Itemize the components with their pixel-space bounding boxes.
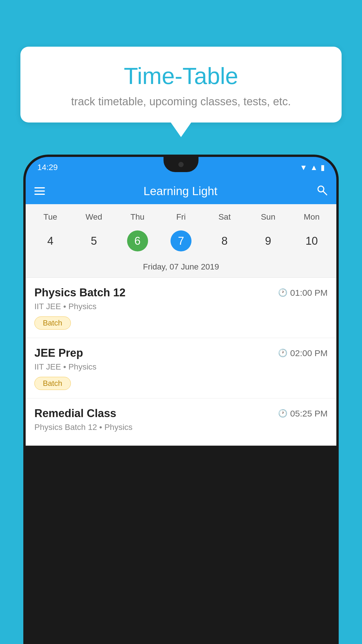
app-title: Learning Light xyxy=(54,185,307,198)
item-time-3: 🕐 05:25 PM xyxy=(278,409,328,419)
schedule-item-remedial[interactable]: Remedial Class 🕐 05:25 PM Physics Batch … xyxy=(26,398,336,446)
date-5[interactable]: 5 xyxy=(72,227,115,255)
signal-icon: ▲ xyxy=(310,163,318,172)
phone-inner: 14:29 ▼ ▲ ▮ Learning Light xyxy=(26,157,336,644)
notch xyxy=(164,157,198,172)
speech-bubble-section: Time-Table track timetable, upcoming cla… xyxy=(20,47,342,137)
item-subtitle-1: IIT JEE • Physics xyxy=(34,302,328,311)
item-title-2: JEE Prep xyxy=(34,347,83,359)
day-mon: Mon xyxy=(290,210,333,224)
selected-date-label: Friday, 07 June 2019 xyxy=(26,259,336,278)
date-10[interactable]: 10 xyxy=(290,227,333,255)
search-button[interactable] xyxy=(316,184,328,198)
calendar-dates: 4 5 6 7 8 9 10 xyxy=(26,225,336,259)
item-header-3: Remedial Class 🕐 05:25 PM xyxy=(34,407,328,420)
date-9[interactable]: 9 xyxy=(246,227,290,255)
phone-frame: 14:29 ▼ ▲ ▮ Learning Light xyxy=(23,155,339,644)
battery-icon: ▮ xyxy=(321,163,325,172)
batch-badge-1: Batch xyxy=(34,316,71,330)
date-7[interactable]: 7 xyxy=(159,227,203,255)
day-wed: Wed xyxy=(72,210,115,224)
bubble-subtitle: track timetable, upcoming classes, tests… xyxy=(38,95,324,108)
day-fri: Fri xyxy=(159,210,203,224)
app-bar: Learning Light xyxy=(26,178,336,204)
menu-button[interactable] xyxy=(34,187,45,195)
wifi-icon: ▼ xyxy=(300,163,307,172)
item-time-1: 🕐 01:00 PM xyxy=(278,288,328,298)
item-header-2: JEE Prep 🕐 02:00 PM xyxy=(34,347,328,359)
status-icons: ▼ ▲ ▮ xyxy=(300,163,325,172)
item-title-3: Remedial Class xyxy=(34,407,116,420)
item-subtitle-2: IIT JEE • Physics xyxy=(34,362,328,372)
camera xyxy=(178,162,184,167)
date-8[interactable]: 8 xyxy=(203,227,246,255)
item-title-1: Physics Batch 12 xyxy=(34,286,126,299)
batch-badge-2: Batch xyxy=(34,377,71,390)
day-thu: Thu xyxy=(116,210,159,224)
schedule-item-physics-batch-12[interactable]: Physics Batch 12 🕐 01:00 PM IIT JEE • Ph… xyxy=(26,278,336,338)
speech-bubble: Time-Table track timetable, upcoming cla… xyxy=(20,47,342,123)
item-subtitle-3: Physics Batch 12 • Physics xyxy=(34,423,328,432)
day-sat: Sat xyxy=(203,210,246,224)
bubble-arrow xyxy=(171,123,191,137)
item-header-1: Physics Batch 12 🕐 01:00 PM xyxy=(34,286,328,299)
date-4[interactable]: 4 xyxy=(29,227,72,255)
date-6[interactable]: 6 xyxy=(116,227,159,255)
status-bar: 14:29 ▼ ▲ ▮ xyxy=(26,157,336,178)
clock-icon-1: 🕐 xyxy=(278,288,287,297)
schedule-list: Physics Batch 12 🕐 01:00 PM IIT JEE • Ph… xyxy=(26,278,336,446)
calendar-days: Tue Wed Thu Fri Sat Sun Mon xyxy=(26,204,336,225)
item-time-2: 🕐 02:00 PM xyxy=(278,348,328,358)
svg-line-1 xyxy=(323,191,327,195)
day-sun: Sun xyxy=(246,210,290,224)
status-time: 14:29 xyxy=(37,163,58,172)
schedule-item-jee-prep[interactable]: JEE Prep 🕐 02:00 PM IIT JEE • Physics Ba… xyxy=(26,338,336,398)
day-tue: Tue xyxy=(29,210,72,224)
clock-icon-3: 🕐 xyxy=(278,409,287,418)
clock-icon-2: 🕐 xyxy=(278,349,287,358)
bubble-title: Time-Table xyxy=(38,63,324,90)
